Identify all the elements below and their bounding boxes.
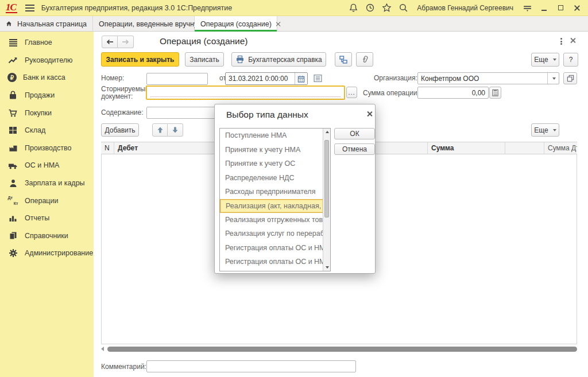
calculator-icon — [492, 89, 499, 96]
move-up-button[interactable] — [152, 123, 168, 137]
truck-icon — [7, 160, 18, 170]
sidebar: Главное Руководителю ₽ Банк и касса — [0, 32, 94, 377]
minimize-button[interactable] — [537, 2, 550, 14]
sidebar-item-warehouse[interactable]: Склад — [0, 122, 94, 139]
chevron-down-icon[interactable] — [547, 73, 559, 84]
ok-button[interactable]: ОК — [334, 128, 375, 139]
list-item[interactable]: Реализация услуг по перераб... — [220, 227, 323, 241]
scrollbar-thumb[interactable] — [324, 140, 329, 217]
scroll-down-icon[interactable] — [326, 266, 329, 269]
storno-document-input[interactable] — [146, 85, 345, 100]
1c-logo: 1С — [6, 2, 17, 13]
list-item[interactable]: Распределение НДС — [220, 171, 323, 185]
sidebar-item-production[interactable]: Производство — [0, 139, 94, 157]
sidebar-item-purchases[interactable]: Покупки — [0, 104, 94, 122]
storno-document-label: Сторнируемый документ: — [101, 85, 145, 100]
sidebar-item-fixed-assets[interactable]: ОС и НМА — [0, 157, 94, 174]
sidebar-item-bank-cash[interactable]: ₽ Банк и касса — [0, 69, 94, 87]
organization-select[interactable]: Конфетпром ООО — [417, 72, 559, 84]
history-icon[interactable] — [363, 2, 376, 14]
number-input[interactable] — [146, 73, 208, 85]
debit-credit-icon: ДтКт — [7, 196, 18, 206]
calendar-icon[interactable] — [295, 73, 307, 84]
list-item[interactable]: Регистрация оплаты ОС и НМ... — [220, 255, 323, 269]
content-label: Содержание: — [101, 108, 143, 116]
list-item[interactable]: Расходы предпринимателя — [220, 185, 323, 199]
favorites-star-icon[interactable] — [380, 2, 393, 14]
sidebar-item-directories[interactable]: Справочники — [0, 227, 94, 245]
sidebar-item-administration[interactable]: Администрирование — [0, 244, 94, 262]
sidebar-item-manager[interactable]: Руководителю — [0, 52, 94, 69]
scrollbar-thumb[interactable] — [107, 347, 577, 352]
document-list-icon[interactable] — [313, 73, 323, 85]
cancel-button[interactable]: Отмена — [334, 143, 375, 155]
more-actions-button[interactable]: Еще — [531, 53, 559, 67]
current-user[interactable]: Абрамов Геннадий Сергеевич — [417, 4, 513, 12]
attachments-button[interactable] — [356, 52, 373, 67]
sidebar-item-main[interactable]: Главное — [0, 34, 94, 52]
amount-label: Сумма операции: — [363, 89, 419, 97]
tab-operation-create[interactable]: Операция (создание) — [195, 16, 277, 32]
chevron-down-icon — [553, 129, 556, 131]
tab-manual-operations[interactable]: Операции, введенные вручную — [93, 16, 195, 32]
main-menu-icon[interactable] — [25, 5, 34, 11]
sidebar-item-reports[interactable]: Отчеты — [0, 209, 94, 227]
calculator-button[interactable] — [489, 87, 501, 99]
column-header-sum-dt[interactable]: Сумма Дт — [544, 142, 577, 154]
books-icon — [7, 231, 18, 241]
scroll-left-icon[interactable] — [101, 347, 104, 351]
shopping-cart-icon — [7, 108, 18, 118]
accounting-reference-button[interactable]: Бухгалтерская справка — [231, 52, 326, 67]
comment-label: Комментарий: — [101, 363, 146, 371]
list-item[interactable]: Регистрация оплаты ОС и НМ... — [220, 241, 323, 255]
save-close-button[interactable]: Записать и закрыть — [101, 52, 179, 67]
open-link-icon — [567, 75, 574, 82]
move-down-button[interactable] — [168, 123, 183, 137]
date-input[interactable]: 31.03.2021 0:00:00 — [225, 72, 308, 85]
document-structure-button[interactable] — [335, 52, 352, 67]
scroll-up-icon[interactable] — [326, 131, 329, 133]
shopping-bag-icon — [7, 90, 18, 100]
list-item[interactable]: Поступление НМА — [220, 129, 323, 143]
storno-select-button[interactable]: ... — [346, 87, 357, 98]
search-icon[interactable] — [397, 2, 409, 14]
amount-input[interactable]: 0,00 — [417, 87, 489, 99]
back-button[interactable] — [102, 36, 118, 48]
sidebar-item-operations[interactable]: ДтКт Операции — [0, 192, 94, 209]
list-item[interactable]: Принятие к учету ОС — [220, 157, 323, 171]
list-item[interactable]: Принятие к учету НМА — [220, 143, 323, 157]
organization-value: Конфетпром ООО — [418, 75, 547, 83]
list-item-selected[interactable]: Реализация (акт, накладная, У... — [220, 199, 323, 213]
service-menu-icon[interactable] — [521, 2, 533, 14]
column-header-sum[interactable]: Сумма — [428, 142, 505, 154]
paperclip-icon — [359, 53, 370, 65]
organization-label: Организация: — [374, 74, 417, 82]
list-item[interactable]: Регламентная операция — [220, 269, 323, 272]
person-icon — [7, 178, 18, 188]
horizontal-scrollbar — [101, 345, 577, 352]
sidebar-item-sales[interactable]: Продажи — [0, 87, 94, 104]
table-more-button[interactable]: Еще — [531, 123, 559, 137]
comment-input[interactable] — [146, 360, 356, 372]
save-button[interactable]: Записать — [185, 52, 224, 67]
more-menu-icon[interactable] — [557, 37, 565, 46]
maximize-button[interactable] — [554, 2, 567, 14]
trend-chart-icon — [7, 55, 18, 65]
column-header-n[interactable]: N — [101, 142, 114, 154]
list-scrollbar[interactable] — [323, 129, 330, 271]
notifications-bell-icon[interactable] — [347, 2, 359, 14]
add-row-button[interactable]: Добавить — [101, 123, 139, 137]
column-header-empty[interactable] — [505, 142, 544, 154]
open-organization-button[interactable] — [563, 72, 577, 84]
tab-home[interactable]: Начальная страница — [0, 16, 93, 32]
forward-button[interactable] — [118, 36, 134, 48]
help-button[interactable]: ? — [563, 53, 578, 67]
close-window-button[interactable] — [571, 2, 583, 14]
tab-label: Начальная страница — [17, 20, 87, 28]
boxes-grid-icon — [7, 125, 18, 135]
sidebar-item-salary-hr[interactable]: Зарплата и кадры — [0, 174, 94, 192]
titlebar: 1С Бухгалтерия предприятия, редакция 3.0… — [0, 0, 588, 16]
app-title: Бухгалтерия предприятия, редакция 3.0 1С… — [41, 4, 232, 12]
data-type-list: Поступление НМА Принятие к учету НМА При… — [219, 128, 331, 271]
list-item[interactable]: Реализация отгруженных това... — [220, 213, 323, 227]
